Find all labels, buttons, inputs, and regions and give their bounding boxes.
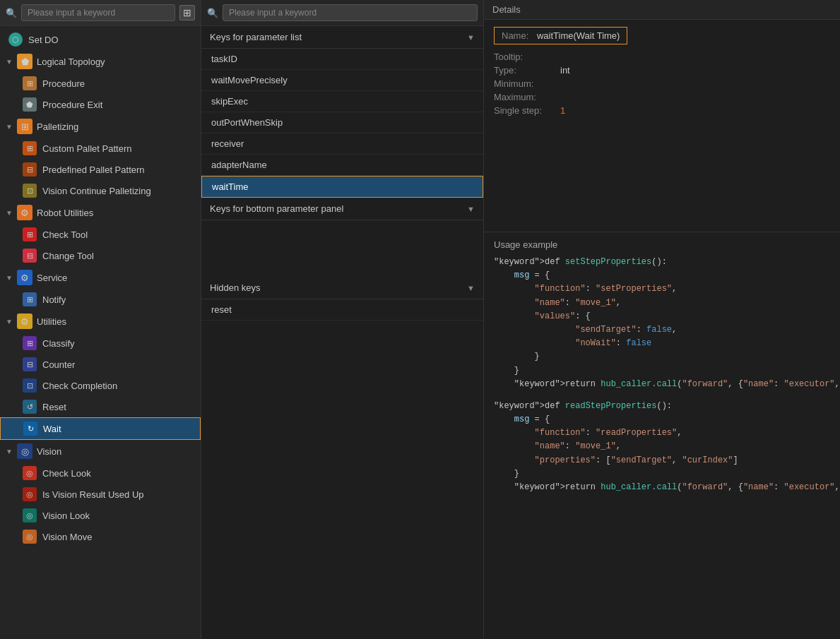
- maximum-label: Maximum:: [494, 92, 557, 102]
- section-label: Keys for parameter list: [210, 32, 302, 42]
- category-icon: ⬟: [17, 54, 32, 69]
- tree-node-vision-look[interactable]: ◎ Vision Look: [0, 505, 201, 526]
- details-content: Name: waitTime(Wait Time) Tooltip: Type:…: [484, 20, 840, 232]
- key-label: reset: [211, 304, 232, 315]
- key-label: receiver: [211, 138, 244, 149]
- tree-node-is-vision-result[interactable]: ◎ Is Vision Result Used Up: [0, 484, 201, 505]
- tree-node-change-tool[interactable]: ⊟ Change Tool: [0, 245, 201, 266]
- category-label: Vision: [37, 446, 61, 457]
- item-icon: ◎: [23, 508, 37, 522]
- tree-node-vision-continue[interactable]: ⊡ Vision Continue Palletizing: [0, 180, 201, 201]
- search-icon-middle: 🔍: [207, 8, 218, 18]
- key-item-adapterName[interactable]: adapterName: [201, 155, 483, 176]
- param-sections: Keys for parameter list ▼ taskIDwaitMove…: [201, 26, 483, 321]
- category-label: Service: [37, 273, 67, 283]
- tree-node-check-look[interactable]: ◎ Check Look: [0, 462, 201, 484]
- key-item-taskID[interactable]: taskID: [201, 49, 483, 70]
- tree-node-check-completion[interactable]: ⊡ Check Completion: [0, 375, 201, 396]
- section-header-keys-param[interactable]: Keys for parameter list ▼: [201, 26, 483, 49]
- code-block-set-step: "keyword">def setStepProperties(): msg =…: [494, 256, 830, 391]
- search-icon: 🔍: [6, 8, 17, 18]
- arrow-icon: ▼: [6, 209, 13, 217]
- arrow-icon: ▼: [6, 274, 13, 282]
- key-item-reset[interactable]: reset: [201, 299, 483, 321]
- item-label: Custom Pallet Pattern: [42, 143, 131, 154]
- tree-node-service[interactable]: ▼ ⚙ Service: [0, 266, 201, 289]
- tree-node-vision-move[interactable]: ◎ Vision Move: [0, 526, 201, 547]
- tree-node-vision[interactable]: ▼ ◎ Vision: [0, 440, 201, 462]
- tree-node-procedure-exit[interactable]: ⬟ Procedure Exit: [0, 94, 201, 115]
- key-item-receiver[interactable]: receiver: [201, 133, 483, 155]
- code-block-read-step: "keyword">def readStepProperties(): msg …: [494, 400, 830, 494]
- tree-node-utilities[interactable]: ▼ ⚙ Utilities: [0, 310, 201, 333]
- tree-node-palletizing[interactable]: ▼ ⊞ Palletizing: [0, 115, 201, 138]
- middle-search-input[interactable]: [223, 4, 478, 21]
- category-label: Robot Utilities: [37, 208, 93, 218]
- item-label: Check Completion: [42, 381, 117, 391]
- tree-node-notify[interactable]: ⊞ Notify: [0, 289, 201, 310]
- arrow-icon: ▼: [6, 318, 13, 326]
- type-label: Type:: [494, 65, 557, 76]
- category-icon: ⊞: [17, 119, 32, 134]
- key-item-skipExec[interactable]: skipExec: [201, 91, 483, 112]
- key-label: skipExec: [211, 96, 248, 107]
- middle-panel: 🔍 Keys for parameter list ▼ taskIDwaitMo…: [201, 0, 484, 639]
- section-arrow-icon: ▼: [467, 205, 475, 213]
- tree-node-reset[interactable]: ↺ Reset: [0, 396, 201, 417]
- tree-node-counter[interactable]: ⊟ Counter: [0, 354, 201, 375]
- section-header-hidden-keys[interactable]: Hidden keys ▼: [201, 277, 483, 299]
- item-icon: ⊡: [23, 184, 37, 198]
- details-header: Details: [484, 0, 840, 20]
- name-label: Name:: [502, 30, 528, 41]
- category-label: Logical Topology: [37, 56, 105, 67]
- key-item-waitTime[interactable]: waitTime: [201, 176, 483, 198]
- tree-node-wait[interactable]: ↻ Wait: [0, 417, 201, 440]
- tree-node-custom-pallet[interactable]: ⊞ Custom Pallet Pattern: [0, 138, 201, 159]
- code-blocks: "keyword">def setStepProperties(): msg =…: [494, 256, 830, 503]
- item-label: Vision Continue Palletizing: [42, 186, 151, 196]
- left-panel: 🔍 ⊞ ⬡ Set DO ▼ ⬟ Logical Topology ⊞ Proc…: [0, 0, 201, 639]
- arrow-icon: ▼: [6, 58, 13, 66]
- tree-node-check-tool[interactable]: ⊞ Check Tool: [0, 224, 201, 245]
- section-label: Hidden keys: [210, 282, 261, 293]
- key-item-outPortWhenSkip[interactable]: outPortWhenSkip: [201, 112, 483, 133]
- section-label: Keys for bottom parameter panel: [210, 203, 343, 214]
- left-search-input[interactable]: [21, 4, 175, 21]
- name-value: waitTime(Wait Time): [537, 30, 620, 41]
- right-panel: Details Name: waitTime(Wait Time) Toolti…: [484, 0, 840, 639]
- tree-node-procedure[interactable]: ⊞ Procedure: [0, 73, 201, 94]
- item-icon: ⊡: [23, 378, 37, 393]
- add-button[interactable]: ⊞: [179, 5, 195, 20]
- tree-node-predefined-pallet[interactable]: ⊟ Predefined Pallet Pattern: [0, 159, 201, 180]
- minimum-row: Minimum:: [494, 78, 830, 89]
- section-header-keys-bottom[interactable]: Keys for bottom parameter panel ▼: [201, 198, 483, 220]
- section-arrow-icon: ▼: [467, 284, 475, 292]
- item-icon: ⬟: [23, 97, 37, 112]
- arrow-icon: ▼: [6, 448, 13, 455]
- item-icon: ↺: [23, 400, 37, 414]
- category-icon: ⚙: [17, 313, 32, 329]
- category-icon: ◎: [17, 443, 32, 459]
- tree-node-classify[interactable]: ⊞ Classify: [0, 333, 201, 354]
- tree-node-set-do[interactable]: ⬡ Set DO: [0, 29, 201, 50]
- item-label: Procedure: [42, 78, 85, 89]
- category-label: Palletizing: [37, 121, 78, 132]
- item-label: Is Vision Result Used Up: [42, 489, 144, 500]
- item-label: Classify: [42, 338, 75, 349]
- item-label: Notify: [42, 294, 66, 305]
- details-title: Details: [492, 4, 521, 15]
- left-search-bar: 🔍 ⊞: [0, 0, 201, 26]
- tree-node-robot-utilities[interactable]: ▼ ⚙ Robot Utilities: [0, 201, 201, 224]
- single-step-value: 1: [560, 105, 565, 116]
- tooltip-row: Tooltip:: [494, 52, 830, 62]
- tree-container: ⬡ Set DO ▼ ⬟ Logical Topology ⊞ Procedur…: [0, 26, 201, 550]
- item-label: Check Look: [42, 468, 91, 479]
- key-label: waitMovePrecisely: [211, 75, 288, 85]
- category-icon: ⚙: [17, 270, 32, 285]
- code-spacer: [494, 494, 830, 503]
- item-icon: ◎: [23, 530, 37, 544]
- key-item-waitMovePrecisely[interactable]: waitMovePrecisely: [201, 70, 483, 91]
- category-icon: ⚙: [17, 205, 32, 220]
- tree-node-logical-topology[interactable]: ▼ ⬟ Logical Topology: [0, 50, 201, 73]
- key-label: waitTime: [212, 181, 249, 192]
